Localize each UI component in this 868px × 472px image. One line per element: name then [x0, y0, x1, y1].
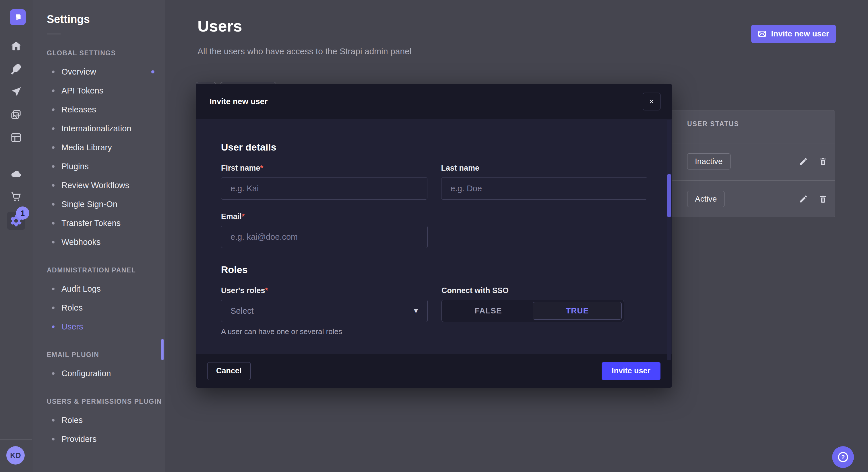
sidebar-item-single-sign-on[interactable]: Single Sign-On	[32, 195, 165, 214]
sso-toggle-true[interactable]: TRUE	[533, 302, 622, 320]
sidebar-item-media-library[interactable]: Media Library	[32, 138, 165, 157]
cancel-button[interactable]: Cancel	[207, 362, 251, 380]
send-plane-icon[interactable]	[7, 82, 25, 101]
roles-row: User's roles* Select ▼ A user can have o…	[221, 286, 647, 336]
invite-new-user-label: Invite new user	[771, 29, 829, 38]
user-status-column-header: USER STATUS	[687, 120, 739, 128]
close-icon[interactable]	[643, 93, 660, 110]
icon-rail: 1 KD	[0, 0, 32, 472]
delete-trash-icon[interactable]	[817, 156, 829, 167]
home-icon[interactable]	[7, 37, 25, 55]
sso-field-group: Connect with SSO FALSE TRUE	[441, 286, 647, 336]
sidebar-item-transfer-tokens[interactable]: Transfer Tokens	[32, 214, 165, 233]
marketplace-cart-icon[interactable]	[7, 188, 25, 206]
roles-heading: Roles	[221, 264, 647, 275]
bullet-icon	[52, 90, 55, 92]
section-label-users-permissions-plugin: USERS & PERMISSIONS PLUGIN	[32, 398, 165, 405]
sidebar-item-admin-roles[interactable]: Roles	[32, 298, 165, 317]
page-title: Users	[197, 16, 242, 35]
roles-select[interactable]: Select ▼	[221, 300, 428, 322]
sidebar-item-releases[interactable]: Releases	[32, 100, 165, 119]
modal-footer: Cancel Invite user	[196, 354, 672, 388]
sidebar-item-plugins[interactable]: Plugins	[32, 157, 165, 176]
sso-toggle: FALSE TRUE	[441, 300, 624, 322]
bullet-icon	[52, 108, 55, 111]
rail-bottom-divider	[0, 439, 32, 440]
first-name-label: First name*	[221, 164, 427, 173]
chevron-down-icon: ▼	[412, 307, 420, 315]
sidebar-item-up-roles[interactable]: Roles	[32, 411, 165, 430]
settings-gear-icon[interactable]: 1	[7, 212, 25, 230]
layout-builder-icon[interactable]	[7, 129, 25, 147]
settings-sidebar: Settings GLOBAL SETTINGS Overview API To…	[32, 0, 165, 472]
section-label-administration-panel: ADMINISTRATION PANEL	[32, 266, 165, 274]
last-name-input[interactable]	[441, 177, 648, 200]
sso-toggle-false[interactable]: FALSE	[444, 302, 533, 320]
required-asterisk: *	[242, 212, 245, 221]
delete-trash-icon[interactable]	[817, 193, 829, 205]
roles-hint: A user can have one or several roles	[221, 327, 428, 336]
help-button[interactable]: ?	[832, 446, 854, 468]
settings-notification-badge: 1	[16, 206, 29, 220]
question-mark-icon: ?	[837, 451, 849, 463]
rail-divider	[0, 31, 32, 31]
name-row: First name* Last name	[221, 164, 647, 200]
strapi-admin-app: Users All the users who have access to t…	[0, 0, 868, 472]
sidebar-item-audit-logs[interactable]: Audit Logs	[32, 279, 165, 298]
modal-body: User details First name* Last name Email…	[196, 119, 672, 354]
sidebar-item-users[interactable]: Users	[32, 317, 165, 336]
users-roles-label: User's roles*	[221, 286, 428, 295]
required-asterisk: *	[265, 286, 268, 295]
section-label-email-plugin: EMAIL PLUGIN	[32, 351, 165, 359]
bullet-icon	[52, 419, 55, 422]
envelope-icon	[758, 30, 766, 38]
svg-text:?: ?	[841, 454, 845, 460]
first-name-field-group: First name*	[221, 164, 427, 200]
sso-label: Connect with SSO	[441, 286, 647, 295]
roles-select-value: Select	[230, 306, 254, 316]
first-name-input[interactable]	[221, 177, 427, 200]
last-name-label: Last name	[441, 164, 648, 173]
bullet-icon	[52, 203, 55, 206]
sidebar-item-overview[interactable]: Overview	[32, 62, 165, 81]
bullet-icon	[52, 165, 55, 168]
content-feather-icon[interactable]	[7, 60, 25, 78]
invite-new-user-button[interactable]: Invite new user	[751, 25, 836, 43]
email-input[interactable]	[221, 226, 428, 248]
bullet-icon	[52, 184, 55, 187]
bullet-icon	[52, 307, 55, 309]
strapi-logo[interactable]	[10, 9, 26, 25]
edit-pencil-icon[interactable]	[798, 193, 809, 205]
email-field-group: Email*	[221, 212, 428, 248]
media-library-icon[interactable]	[7, 105, 25, 124]
required-asterisk: *	[260, 164, 264, 172]
sidebar-item-configuration[interactable]: Configuration	[32, 364, 165, 383]
bullet-icon	[52, 127, 55, 130]
cloud-icon[interactable]	[7, 165, 25, 183]
bullet-icon	[52, 222, 55, 225]
status-badge: Active	[687, 191, 724, 207]
sidebar-item-api-tokens[interactable]: API Tokens	[32, 81, 165, 100]
edit-pencil-icon[interactable]	[798, 156, 809, 167]
sidebar-item-review-workflows[interactable]: Review Workflows	[32, 176, 165, 195]
bullet-icon	[52, 326, 55, 328]
users-roles-field-group: User's roles* Select ▼ A user can have o…	[221, 286, 428, 336]
bullet-icon	[52, 71, 55, 73]
user-avatar[interactable]: KD	[6, 446, 25, 465]
email-label: Email*	[221, 212, 428, 221]
sidebar-item-webhooks[interactable]: Webhooks	[32, 233, 165, 251]
modal-scrollbar-thumb[interactable]	[667, 174, 671, 217]
settings-title: Settings	[32, 0, 165, 26]
user-details-heading: User details	[221, 142, 647, 153]
bullet-icon	[52, 372, 55, 375]
modal-scrollbar-track	[667, 120, 671, 360]
bullet-icon	[52, 241, 55, 243]
sidebar-item-internationalization[interactable]: Internationalization	[32, 119, 165, 138]
section-label-global-settings: GLOBAL SETTINGS	[32, 49, 165, 57]
status-badge: Inactive	[687, 154, 731, 169]
sidebar-item-providers[interactable]: Providers	[32, 430, 165, 448]
sidebar-scrollbar-thumb[interactable]	[161, 339, 164, 360]
invite-user-submit-button[interactable]: Invite user	[601, 362, 660, 380]
bullet-icon	[52, 288, 55, 290]
page-subtitle: All the users who have access to the Str…	[197, 46, 411, 56]
